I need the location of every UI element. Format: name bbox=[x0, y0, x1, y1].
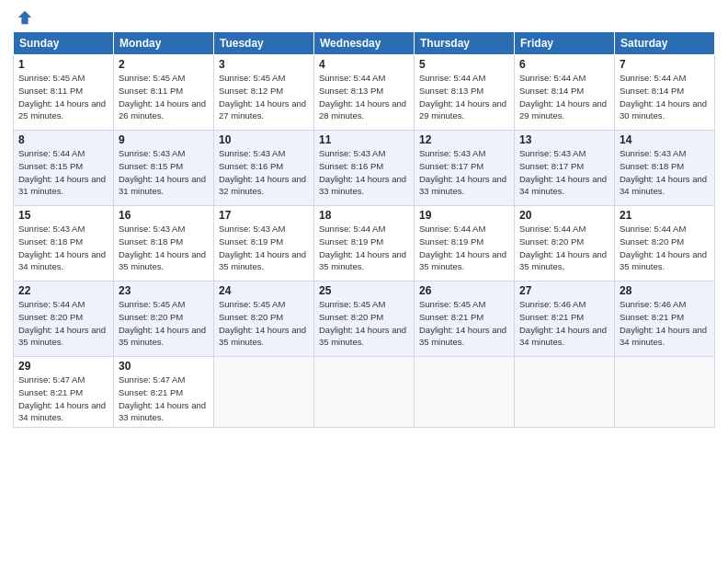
calendar-cell: 13 Sunrise: 5:43 AM Sunset: 8:17 PM Dayl… bbox=[515, 131, 615, 206]
day-info: Sunrise: 5:44 AM Sunset: 8:19 PM Dayligh… bbox=[419, 223, 509, 273]
day-info: Sunrise: 5:43 AM Sunset: 8:19 PM Dayligh… bbox=[219, 223, 309, 273]
day-info: Sunrise: 5:43 AM Sunset: 8:18 PM Dayligh… bbox=[620, 147, 710, 198]
day-info: Sunrise: 5:43 AM Sunset: 8:18 PM Dayligh… bbox=[119, 223, 209, 273]
day-number: 13 bbox=[519, 133, 609, 146]
calendar-cell: 22 Sunrise: 5:44 AM Sunset: 8:20 PM Dayl… bbox=[14, 282, 114, 357]
day-number: 17 bbox=[219, 209, 309, 222]
day-number: 15 bbox=[18, 209, 108, 222]
day-info: Sunrise: 5:44 AM Sunset: 8:20 PM Dayligh… bbox=[519, 223, 609, 273]
day-number: 19 bbox=[419, 209, 509, 222]
day-info: Sunrise: 5:43 AM Sunset: 8:16 PM Dayligh… bbox=[219, 147, 309, 198]
calendar-cell: 28 Sunrise: 5:46 AM Sunset: 8:21 PM Dayl… bbox=[615, 282, 715, 357]
day-info: Sunrise: 5:45 AM Sunset: 8:20 PM Dayligh… bbox=[219, 298, 309, 349]
day-number: 24 bbox=[219, 284, 309, 297]
day-info: Sunrise: 5:43 AM Sunset: 8:18 PM Dayligh… bbox=[18, 223, 108, 273]
calendar: SundayMondayTuesdayWednesdayThursdayFrid… bbox=[13, 31, 715, 428]
weekday-header-saturday: Saturday bbox=[615, 32, 715, 55]
weekday-header-friday: Friday bbox=[515, 32, 615, 55]
calendar-cell bbox=[314, 357, 415, 428]
day-number: 20 bbox=[519, 209, 609, 222]
day-number: 28 bbox=[620, 284, 710, 297]
page: SundayMondayTuesdayWednesdayThursdayFrid… bbox=[0, 0, 728, 563]
calendar-cell bbox=[214, 357, 314, 428]
calendar-cell: 21 Sunrise: 5:44 AM Sunset: 8:20 PM Dayl… bbox=[615, 206, 715, 282]
day-number: 4 bbox=[319, 58, 409, 71]
calendar-cell: 23 Sunrise: 5:45 AM Sunset: 8:20 PM Dayl… bbox=[114, 282, 214, 357]
day-number: 26 bbox=[419, 284, 509, 297]
day-number: 12 bbox=[419, 133, 509, 146]
calendar-cell: 17 Sunrise: 5:43 AM Sunset: 8:19 PM Dayl… bbox=[214, 206, 314, 282]
day-info: Sunrise: 5:45 AM Sunset: 8:11 PM Dayligh… bbox=[18, 72, 108, 122]
day-info: Sunrise: 5:44 AM Sunset: 8:15 PM Dayligh… bbox=[18, 147, 108, 198]
day-info: Sunrise: 5:47 AM Sunset: 8:21 PM Dayligh… bbox=[18, 373, 108, 424]
weekday-header-sunday: Sunday bbox=[14, 32, 114, 55]
calendar-cell: 6 Sunrise: 5:44 AM Sunset: 8:14 PM Dayli… bbox=[515, 55, 615, 131]
calendar-cell: 9 Sunrise: 5:43 AM Sunset: 8:15 PM Dayli… bbox=[114, 131, 214, 206]
calendar-cell: 10 Sunrise: 5:43 AM Sunset: 8:16 PM Dayl… bbox=[214, 131, 314, 206]
day-number: 27 bbox=[519, 284, 609, 297]
day-info: Sunrise: 5:45 AM Sunset: 8:11 PM Dayligh… bbox=[119, 72, 209, 122]
calendar-cell: 8 Sunrise: 5:44 AM Sunset: 8:15 PM Dayli… bbox=[14, 131, 114, 206]
calendar-cell: 1 Sunrise: 5:45 AM Sunset: 8:11 PM Dayli… bbox=[14, 55, 114, 131]
calendar-cell: 27 Sunrise: 5:46 AM Sunset: 8:21 PM Dayl… bbox=[515, 282, 615, 357]
day-info: Sunrise: 5:44 AM Sunset: 8:13 PM Dayligh… bbox=[419, 72, 509, 122]
calendar-cell: 19 Sunrise: 5:44 AM Sunset: 8:19 PM Dayl… bbox=[415, 206, 515, 282]
calendar-cell: 18 Sunrise: 5:44 AM Sunset: 8:19 PM Dayl… bbox=[314, 206, 415, 282]
day-info: Sunrise: 5:47 AM Sunset: 8:21 PM Dayligh… bbox=[119, 373, 209, 424]
day-info: Sunrise: 5:43 AM Sunset: 8:16 PM Dayligh… bbox=[319, 147, 409, 198]
calendar-cell: 2 Sunrise: 5:45 AM Sunset: 8:11 PM Dayli… bbox=[114, 55, 214, 131]
day-info: Sunrise: 5:44 AM Sunset: 8:14 PM Dayligh… bbox=[519, 72, 609, 122]
day-info: Sunrise: 5:43 AM Sunset: 8:17 PM Dayligh… bbox=[419, 147, 509, 198]
logo bbox=[13, 9, 33, 26]
header bbox=[13, 9, 715, 26]
calendar-cell: 4 Sunrise: 5:44 AM Sunset: 8:13 PM Dayli… bbox=[314, 55, 415, 131]
weekday-header-thursday: Thursday bbox=[415, 32, 515, 55]
day-number: 16 bbox=[119, 209, 209, 222]
day-info: Sunrise: 5:45 AM Sunset: 8:20 PM Dayligh… bbox=[119, 298, 209, 349]
day-info: Sunrise: 5:43 AM Sunset: 8:15 PM Dayligh… bbox=[119, 147, 209, 198]
day-number: 29 bbox=[18, 360, 108, 373]
day-number: 25 bbox=[319, 284, 409, 297]
day-info: Sunrise: 5:46 AM Sunset: 8:21 PM Dayligh… bbox=[620, 298, 710, 349]
day-number: 8 bbox=[18, 133, 108, 146]
calendar-cell: 16 Sunrise: 5:43 AM Sunset: 8:18 PM Dayl… bbox=[114, 206, 214, 282]
day-info: Sunrise: 5:44 AM Sunset: 8:19 PM Dayligh… bbox=[319, 223, 409, 273]
day-info: Sunrise: 5:44 AM Sunset: 8:20 PM Dayligh… bbox=[620, 223, 710, 273]
day-number: 14 bbox=[620, 133, 710, 146]
calendar-cell: 25 Sunrise: 5:45 AM Sunset: 8:20 PM Dayl… bbox=[314, 282, 415, 357]
day-number: 7 bbox=[620, 58, 710, 71]
day-info: Sunrise: 5:45 AM Sunset: 8:21 PM Dayligh… bbox=[419, 298, 509, 349]
calendar-cell: 24 Sunrise: 5:45 AM Sunset: 8:20 PM Dayl… bbox=[214, 282, 314, 357]
calendar-cell: 29 Sunrise: 5:47 AM Sunset: 8:21 PM Dayl… bbox=[14, 357, 114, 428]
day-number: 30 bbox=[119, 360, 209, 373]
day-number: 10 bbox=[219, 133, 309, 146]
day-number: 21 bbox=[620, 209, 710, 222]
calendar-cell: 7 Sunrise: 5:44 AM Sunset: 8:14 PM Dayli… bbox=[615, 55, 715, 131]
calendar-cell bbox=[515, 357, 615, 428]
day-number: 22 bbox=[18, 284, 108, 297]
day-info: Sunrise: 5:44 AM Sunset: 8:13 PM Dayligh… bbox=[319, 72, 409, 122]
weekday-header-tuesday: Tuesday bbox=[214, 32, 314, 55]
calendar-cell: 5 Sunrise: 5:44 AM Sunset: 8:13 PM Dayli… bbox=[415, 55, 515, 131]
day-info: Sunrise: 5:46 AM Sunset: 8:21 PM Dayligh… bbox=[519, 298, 609, 349]
weekday-header-wednesday: Wednesday bbox=[314, 32, 415, 55]
calendar-cell: 14 Sunrise: 5:43 AM Sunset: 8:18 PM Dayl… bbox=[615, 131, 715, 206]
day-info: Sunrise: 5:44 AM Sunset: 8:14 PM Dayligh… bbox=[620, 72, 710, 122]
day-info: Sunrise: 5:45 AM Sunset: 8:12 PM Dayligh… bbox=[219, 72, 309, 122]
calendar-cell: 26 Sunrise: 5:45 AM Sunset: 8:21 PM Dayl… bbox=[415, 282, 515, 357]
day-number: 6 bbox=[519, 58, 609, 71]
calendar-cell: 30 Sunrise: 5:47 AM Sunset: 8:21 PM Dayl… bbox=[114, 357, 214, 428]
calendar-cell: 3 Sunrise: 5:45 AM Sunset: 8:12 PM Dayli… bbox=[214, 55, 314, 131]
calendar-cell: 20 Sunrise: 5:44 AM Sunset: 8:20 PM Dayl… bbox=[515, 206, 615, 282]
logo-icon bbox=[17, 9, 33, 26]
day-number: 23 bbox=[119, 284, 209, 297]
day-info: Sunrise: 5:45 AM Sunset: 8:20 PM Dayligh… bbox=[319, 298, 409, 349]
day-info: Sunrise: 5:44 AM Sunset: 8:20 PM Dayligh… bbox=[18, 298, 108, 349]
day-number: 9 bbox=[119, 133, 209, 146]
svg-marker-0 bbox=[18, 11, 31, 24]
calendar-cell bbox=[615, 357, 715, 428]
day-number: 5 bbox=[419, 58, 509, 71]
day-number: 1 bbox=[18, 58, 108, 71]
day-number: 11 bbox=[319, 133, 409, 146]
calendar-cell bbox=[415, 357, 515, 428]
